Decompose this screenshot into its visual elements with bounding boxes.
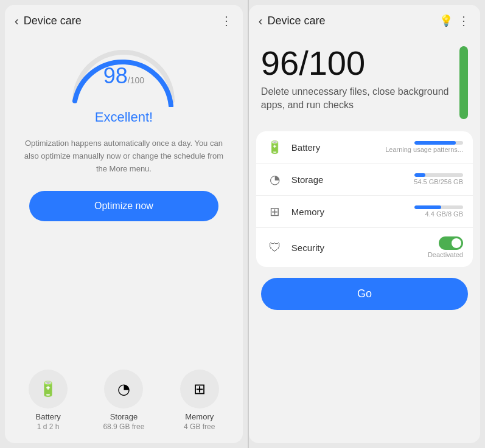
security-resource-icon: 🛡 (266, 241, 284, 255)
left-more-icon[interactable]: ⋮ (220, 13, 233, 28)
right-header-title: Device care (268, 15, 434, 27)
storage-resource-right: 54.5 GB/256 GB (414, 173, 463, 185)
bottom-item-storage[interactable]: ◔ Storage 68.9 GB free (103, 370, 144, 431)
gauge-text: 98/100 (103, 63, 144, 89)
security-detail: Deactivated (428, 251, 463, 258)
storage-bar-track (414, 173, 463, 177)
memory-bar-fill (414, 205, 441, 209)
resource-item-storage[interactable]: ◔ Storage 54.5 GB/256 GB (256, 164, 473, 196)
battery-bar-track (414, 141, 463, 145)
security-toggle-knob (452, 238, 461, 248)
memory-resource-name: Memory (291, 207, 414, 217)
battery-label: Battery (36, 412, 61, 421)
memory-resource-right: 4.4 GB/8 GB (414, 205, 463, 218)
gauge-label: Excellent! (95, 109, 153, 125)
battery-resource-name: Battery (291, 142, 385, 153)
gauge-container: 98/100 (63, 40, 184, 107)
battery-resource-icon: 🔋 (266, 140, 284, 154)
right-back-icon[interactable]: ‹ (259, 14, 263, 28)
right-header: ‹ Device care 💡 ⋮ (249, 5, 480, 34)
security-toggle-container[interactable] (439, 236, 463, 250)
battery-circle-icon: 🔋 (29, 370, 68, 408)
storage-resource-icon: ◔ (266, 172, 284, 187)
bulb-icon[interactable]: 💡 (439, 14, 453, 27)
score-max: /100 (299, 44, 365, 82)
bottom-item-battery[interactable]: 🔋 Battery 1 d 2 h (29, 370, 68, 431)
resource-item-battery[interactable]: 🔋 Battery Learning usage patterns... (256, 131, 473, 164)
memory-bar-track (414, 205, 463, 209)
go-button[interactable]: Go (261, 278, 468, 310)
gauge-score: 98 (103, 63, 128, 88)
storage-detail: 54.5 GB/256 GB (414, 178, 463, 185)
resource-list: 🔋 Battery Learning usage patterns... ◔ S… (256, 131, 473, 267)
bottom-item-memory[interactable]: ⊞ Memory 4 GB free (180, 370, 219, 431)
score-description: Delete unnecessary files, close backgrou… (261, 85, 452, 112)
left-header: ‹ Device care ⋮ (5, 5, 243, 34)
gauge-max: /100 (128, 75, 144, 85)
score-bar-block (459, 46, 468, 119)
storage-sub: 68.9 GB free (103, 422, 144, 431)
memory-label: Memory (185, 412, 214, 421)
battery-resource-right: Learning usage patterns... (385, 141, 463, 153)
score-number-row: 96/100 (261, 46, 452, 80)
right-more-icon[interactable]: ⋮ (458, 13, 470, 28)
left-header-title: Device care (24, 15, 215, 27)
battery-bar-fill (414, 141, 456, 145)
storage-label: Storage (110, 412, 138, 421)
memory-sub: 4 GB free (184, 422, 215, 431)
battery-sub: 1 d 2 h (37, 422, 60, 431)
security-resource-right: Deactivated (428, 236, 463, 258)
description: Optimization happens automatically once … (5, 125, 243, 181)
left-panel: ‹ Device care ⋮ 98/100 Excellent! Optimi… (5, 5, 243, 443)
left-back-icon[interactable]: ‹ (15, 14, 19, 28)
storage-resource-name: Storage (291, 174, 414, 185)
storage-bar-fill (414, 173, 425, 177)
memory-resource-icon: ⊞ (266, 204, 284, 219)
resource-item-memory[interactable]: ⊞ Memory 4.4 GB/8 GB (256, 196, 473, 228)
battery-detail: Learning usage patterns... (385, 146, 463, 153)
right-panel: ‹ Device care 💡 ⋮ 96/100 Delete unnecess… (249, 5, 480, 443)
security-resource-name: Security (291, 243, 428, 253)
memory-circle-icon: ⊞ (180, 370, 219, 408)
score-section: 96/100 Delete unnecessary files, close b… (249, 34, 480, 125)
optimize-button[interactable]: Optimize now (29, 191, 218, 221)
score-green-bar (459, 46, 468, 119)
score-big: 96 (261, 44, 299, 82)
security-toggle-track[interactable] (439, 236, 463, 250)
bottom-icons-row: 🔋 Battery 1 d 2 h ◔ Storage 68.9 GB free… (5, 360, 243, 443)
resource-item-security[interactable]: 🛡 Security Deactivated (256, 228, 473, 267)
memory-detail: 4.4 GB/8 GB (425, 210, 463, 218)
score-text-block: 96/100 Delete unnecessary files, close b… (261, 46, 452, 112)
gauge-section: 98/100 Excellent! (5, 34, 243, 125)
storage-circle-icon: ◔ (104, 370, 143, 408)
